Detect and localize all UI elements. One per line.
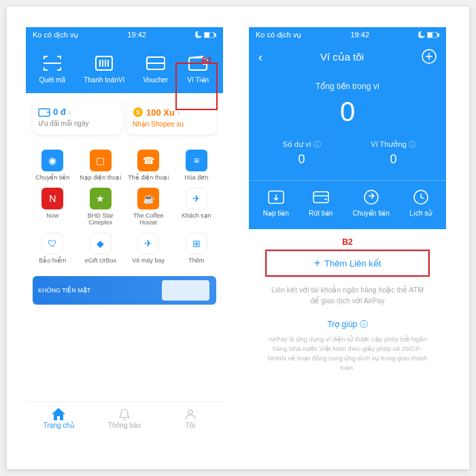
history-icon [411,189,431,205]
tab-home[interactable]: Trang chủ [26,402,92,435]
tab-label: Thông báo [108,422,141,429]
service-label: Chuyển tiền [35,174,69,181]
svg-rect-3 [96,56,112,70]
bell-icon [118,408,131,420]
action-label: Thanh toánVí [84,76,124,84]
service-item[interactable]: ≡Hóa đơn [174,150,220,181]
card-balance[interactable]: 0 đ› Ưu đãi mỗi ngày [33,100,122,135]
withdraw-icon [311,189,331,205]
balance-value: 0 đ [53,107,66,117]
promo-banner[interactable]: KHÔNG TIỀN MẶT [33,276,216,305]
bonus-value: 0 [347,152,439,167]
tab-me[interactable]: Tôi [157,402,223,435]
action-label: Voucher [143,76,168,84]
service-icon: ★ [90,188,112,209]
service-icon: ≡ [186,150,207,171]
clock: 19:42 [350,31,369,39]
service-item[interactable]: ☕The Coffee House [126,188,171,226]
info-icon[interactable]: ⓘ [409,140,416,148]
action-label: Lịch sử [409,209,432,217]
back-button[interactable]: ‹ [258,50,262,65]
service-item[interactable]: ☎Thẻ điện thoại [126,150,171,181]
balance-label: Số dư ví [282,140,311,148]
svg-text:S: S [136,109,140,116]
action-history[interactable]: Lịch sử [409,189,432,217]
clock: 19:42 [127,31,146,39]
tab-notifications[interactable]: Thông báo [92,402,158,435]
service-label: eGift UrBox [84,257,116,264]
tab-bar: Trang chủ Thông báo Tôi [26,401,223,435]
service-icon: ⊞ [186,233,207,254]
service-item[interactable]: ▢Nạp điện thoại [78,150,124,181]
promo-text: KHÔNG TIỀN MẶT [38,287,90,294]
service-icon: ✈ [137,233,159,254]
action-deposit[interactable]: Nạp tiền [263,189,289,217]
moon-icon [195,31,202,38]
deposit-icon [266,189,286,205]
service-item[interactable]: ◆eGift UrBox [78,233,124,264]
status-bar: Ko có dịch vụ 19:42 [249,27,446,42]
link-desc: Liên kết với tài khoản ngân hàng hoặc th… [268,285,427,307]
screen-wallet: Ko có dịch vụ 19:42 ‹ Ví của tôi Tổng ti… [249,27,446,435]
status-right [418,31,439,38]
wallet-header: ‹ Ví của tôi Tổng tiền trong ví 0 Số dư … [249,42,446,229]
svg-rect-1 [205,33,209,37]
add-link-button[interactable]: + Thêm Liên kết [267,251,428,275]
battery-icon [204,32,216,38]
action-label: Quét mã [39,76,65,84]
balance-sub: Ưu đãi mỗi ngày [38,120,116,127]
svg-rect-11 [428,33,432,37]
tab-label: Trang chủ [44,422,74,429]
service-icon: ▢ [90,150,112,171]
coins-sub: Nhận Shopee xu [133,120,211,128]
action-pay[interactable]: Thanh toánVí [84,54,124,84]
annotation-box-b2 [265,250,430,277]
service-icon: ☕ [137,188,159,209]
service-label: Bảo hiểm [39,257,66,264]
action-transfer[interactable]: Chuyển tiền [353,189,390,217]
service-item[interactable]: 🛡Bảo hiểm [30,233,75,264]
balance-value: 0 [256,152,347,167]
annotation-box-b1 [175,63,218,110]
total-label: Tổng tiền trong ví [249,82,446,91]
tab-label: Tôi [186,422,195,429]
service-item[interactable]: ◉Chuyển tiền [30,150,75,181]
service-icon: ◆ [90,233,112,254]
action-withdraw[interactable]: Rút tiền [309,189,333,217]
add-button[interactable] [422,49,437,65]
service-label: Nạp điện thoại [80,174,121,181]
svg-rect-12 [438,33,439,36]
chevron-right-icon: › [69,108,71,116]
service-label: Khách sạn [182,212,211,219]
service-label: Thêm [188,257,204,264]
service-label: BHD Star Cineplex [78,212,124,226]
service-item[interactable]: ⊞Thêm [174,233,220,264]
svg-rect-15 [313,192,328,203]
service-icon: ✈ [186,188,207,209]
action-label: Nạp tiền [263,209,289,217]
service-icon: ◉ [41,150,63,171]
total-value: 0 [249,97,446,127]
status-bar: Ko có dịch vụ 19:42 [26,27,223,42]
carrier: Ko có dịch vụ [33,31,78,39]
action-label: Chuyển tiền [353,209,390,217]
service-icon: N [41,188,63,209]
moon-icon [418,31,425,38]
status-right [195,31,216,38]
svg-point-16 [364,190,378,204]
service-item[interactable]: ★BHD Star Cineplex [78,188,124,226]
service-item[interactable]: ✈Khách sạn [174,188,220,226]
service-item[interactable]: ✈Vé máy bay [126,233,171,264]
service-item[interactable]: NNow [30,188,75,226]
action-voucher[interactable]: Voucher [143,54,168,84]
help-link[interactable]: Trợ giúp ⓘ [249,319,446,330]
svg-point-9 [188,410,192,414]
service-label: Now [46,212,58,219]
coins-value: 100 Xu [146,107,175,118]
coin-icon: S [133,107,143,118]
service-label: The Coffee House [126,212,171,226]
transfer-icon [361,189,381,205]
info-icon[interactable]: ⓘ [313,140,321,148]
user-icon [184,408,197,420]
action-scan[interactable]: Quét mã [39,54,65,84]
